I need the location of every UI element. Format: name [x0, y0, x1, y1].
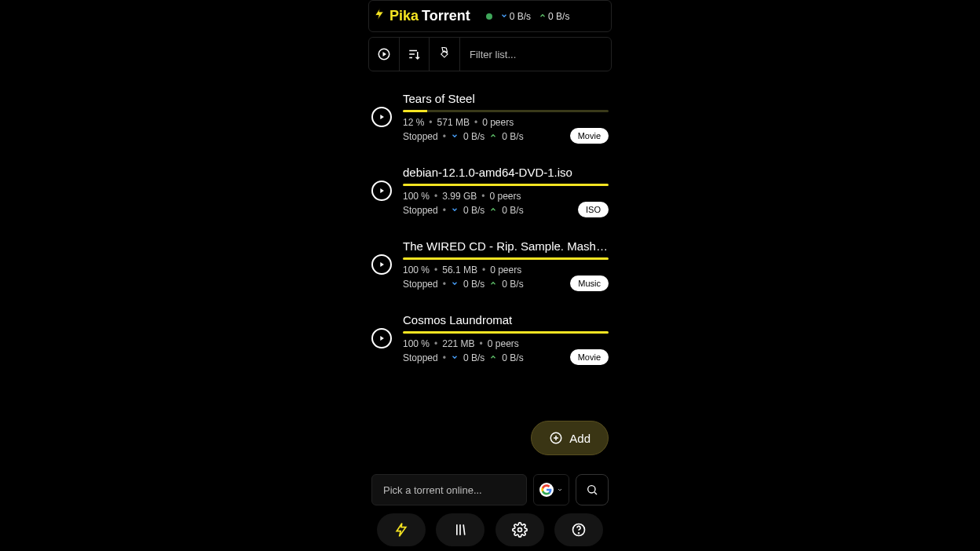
torrent-tag-badge[interactable]: ISO — [578, 202, 609, 217]
upload-speed-value: 0 B/s — [548, 11, 569, 22]
torrent-play-button[interactable] — [371, 181, 392, 201]
torrent-down-speed: 0 B/s — [463, 352, 485, 363]
add-button-label: Add — [569, 432, 591, 445]
torrent-peers: 0 peers — [490, 265, 521, 276]
torrent-percent: 12 % — [403, 117, 424, 128]
progress-fill — [403, 110, 427, 112]
progress-fill — [403, 257, 609, 260]
chevron-up-icon — [489, 131, 497, 142]
torrent-tag-badge[interactable]: Movie — [570, 349, 609, 365]
svg-point-9 — [588, 486, 595, 493]
progress-track — [403, 184, 609, 186]
online-search-input[interactable] — [371, 474, 527, 505]
plus-circle-icon — [549, 431, 563, 445]
torrent-row[interactable]: Cosmos Laundromat 100 % • 221 MB • 0 pee… — [368, 307, 612, 381]
svg-line-13 — [463, 524, 465, 535]
logo-text-pika: Pika — [389, 8, 419, 24]
app-logo: PikaTorrent — [372, 5, 470, 27]
torrent-peers: 0 peers — [488, 338, 519, 349]
torrent-down-speed: 0 B/s — [463, 131, 485, 142]
torrent-main: The WIRED CD - Rip. Sample. Mash.... 100… — [403, 239, 609, 290]
torrent-up-speed: 0 B/s — [502, 352, 523, 363]
svg-marker-3 — [380, 188, 384, 193]
torrent-state: Stopped — [403, 279, 438, 290]
torrent-play-button[interactable] — [371, 107, 392, 127]
torrent-peers: 0 peers — [489, 191, 521, 202]
torrent-percent: 100 % — [403, 338, 430, 349]
torrent-size: 571 MB — [437, 117, 470, 128]
chevron-up-icon — [489, 205, 497, 216]
torrent-title: Cosmos Laundromat — [403, 313, 609, 327]
chevron-down-icon — [500, 11, 508, 22]
progress-track — [403, 257, 609, 260]
chevron-down-icon — [557, 486, 563, 494]
app-header: PikaTorrent 0 B/s 0 B/s — [368, 0, 612, 32]
chevron-down-icon — [451, 352, 459, 363]
global-download-speed: 0 B/s — [500, 11, 531, 22]
torrent-play-button[interactable] — [371, 254, 392, 275]
search-engine-selector[interactable] — [533, 474, 569, 505]
torrent-row[interactable]: The WIRED CD - Rip. Sample. Mash.... 100… — [368, 233, 612, 307]
chevron-down-icon — [451, 131, 459, 142]
torrent-stats-row: 12 % • 571 MB • 0 peers — [403, 117, 609, 128]
nav-library[interactable] — [436, 513, 485, 546]
torrent-stats-row: 100 % • 221 MB • 0 peers — [403, 338, 609, 349]
torrent-size: 221 MB — [442, 338, 474, 349]
torrent-row[interactable]: Tears of Steel 12 % • 571 MB • 0 peers S… — [368, 86, 612, 159]
torrent-main: debian-12.1.0-amd64-DVD-1.iso 100 % • 3.… — [403, 166, 609, 216]
tags-button[interactable] — [430, 38, 460, 71]
torrent-tag-badge[interactable]: Movie — [570, 128, 609, 144]
svg-point-14 — [517, 528, 521, 532]
torrent-size: 56.1 MB — [442, 265, 477, 276]
bolt-icon — [393, 522, 409, 538]
sort-button[interactable] — [400, 38, 430, 71]
progress-fill — [403, 184, 609, 186]
bolt-icon — [372, 5, 386, 27]
progress-fill — [403, 331, 609, 334]
bottom-nav — [368, 509, 612, 551]
nav-torrents[interactable] — [377, 513, 426, 546]
connection-status-dot — [486, 13, 492, 20]
toolbar — [368, 37, 612, 71]
torrent-tag-badge[interactable]: Music — [570, 276, 609, 291]
torrent-peers: 0 peers — [482, 117, 514, 128]
svg-point-16 — [579, 533, 580, 534]
chevron-up-icon — [539, 11, 547, 22]
torrent-stats-row: 100 % • 3.99 GB • 0 peers — [403, 191, 609, 202]
online-search-row — [368, 474, 612, 505]
torrent-up-speed: 0 B/s — [502, 131, 523, 142]
progress-track — [403, 331, 609, 334]
torrent-main: Tears of Steel 12 % • 571 MB • 0 peers S… — [403, 92, 609, 142]
library-icon — [452, 522, 468, 538]
svg-line-10 — [594, 492, 597, 494]
torrent-stats-row: 100 % • 56.1 MB • 0 peers — [403, 265, 609, 276]
torrent-title: debian-12.1.0-amd64-DVD-1.iso — [403, 166, 609, 179]
svg-marker-5 — [380, 336, 384, 341]
torrent-up-speed: 0 B/s — [502, 279, 523, 290]
torrent-down-speed: 0 B/s — [463, 279, 485, 290]
play-all-button[interactable] — [369, 38, 400, 71]
torrent-up-speed: 0 B/s — [502, 205, 523, 216]
search-icon — [586, 483, 598, 496]
torrent-state: Stopped — [403, 131, 438, 142]
torrent-title: Tears of Steel — [403, 92, 609, 105]
torrent-play-button[interactable] — [371, 328, 392, 348]
torrent-down-speed: 0 B/s — [463, 205, 485, 216]
logo-text-torrent: Torrent — [422, 8, 470, 24]
download-speed-value: 0 B/s — [510, 11, 531, 22]
nav-settings[interactable] — [495, 513, 544, 546]
torrent-row[interactable]: debian-12.1.0-amd64-DVD-1.iso 100 % • 3.… — [368, 159, 612, 233]
torrent-percent: 100 % — [403, 265, 430, 276]
svg-marker-1 — [382, 52, 386, 57]
filter-input[interactable] — [460, 38, 611, 71]
svg-marker-4 — [380, 262, 384, 267]
nav-help[interactable] — [554, 513, 603, 546]
torrent-state: Stopped — [403, 352, 438, 363]
svg-marker-2 — [380, 115, 384, 119]
gear-icon — [512, 522, 528, 538]
search-button[interactable] — [576, 474, 609, 505]
add-button[interactable]: Add — [531, 421, 609, 455]
chevron-down-icon — [451, 205, 459, 216]
global-upload-speed: 0 B/s — [539, 11, 569, 22]
torrent-state: Stopped — [403, 205, 438, 216]
